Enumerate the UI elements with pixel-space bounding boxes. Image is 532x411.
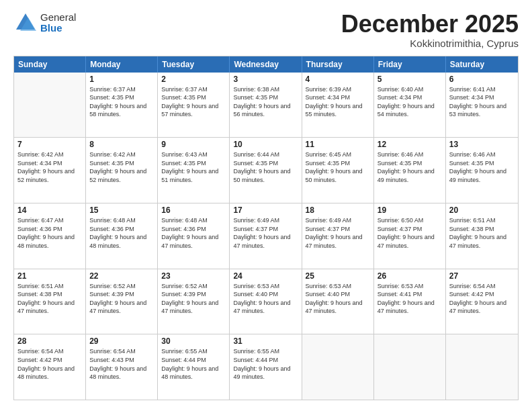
daylight-text: Daylight: 9 hours and 48 minutes. (161, 365, 226, 381)
sunrise-text: Sunrise: 6:46 AM (378, 150, 442, 159)
calendar-cell (446, 334, 518, 400)
sunrise-text: Sunrise: 6:54 AM (17, 347, 82, 356)
calendar-cell (374, 334, 446, 400)
sunrise-text: Sunrise: 6:40 AM (378, 85, 442, 94)
daylight-text: Daylight: 9 hours and 52 minutes. (89, 167, 154, 184)
day-number: 21 (17, 271, 82, 281)
sunrise-text: Sunrise: 6:38 AM (233, 85, 298, 94)
daylight-text: Daylight: 9 hours and 50 minutes. (306, 167, 370, 184)
daylight-text: Daylight: 9 hours and 56 minutes. (233, 102, 298, 119)
sunrise-text: Sunrise: 6:37 AM (89, 85, 154, 94)
day-number: 9 (161, 140, 226, 149)
sunset-text: Sunset: 4:39 PM (89, 290, 154, 299)
sunset-text: Sunset: 4:41 PM (378, 290, 442, 299)
daylight-text: Daylight: 9 hours and 47 minutes. (378, 233, 442, 250)
sunrise-text: Sunrise: 6:47 AM (17, 216, 82, 225)
sunset-text: Sunset: 4:34 PM (306, 93, 370, 102)
calendar-cell: 18Sunrise: 6:49 AMSunset: 4:37 PMDayligh… (302, 203, 374, 269)
header-day-sunday: Sunday (14, 56, 86, 73)
calendar-cell: 16Sunrise: 6:48 AMSunset: 4:36 PMDayligh… (158, 203, 230, 269)
calendar-cell: 6Sunrise: 6:41 AMSunset: 4:34 PMDaylight… (446, 73, 518, 138)
day-number: 8 (89, 140, 154, 149)
sunset-text: Sunset: 4:34 PM (378, 93, 442, 102)
sunrise-text: Sunrise: 6:45 AM (306, 150, 370, 159)
daylight-text: Daylight: 9 hours and 58 minutes. (89, 102, 154, 119)
sunrise-text: Sunrise: 6:48 AM (161, 216, 226, 225)
sunrise-text: Sunrise: 6:54 AM (449, 282, 515, 291)
day-number: 25 (306, 271, 370, 281)
calendar-cell: 22Sunrise: 6:52 AMSunset: 4:39 PMDayligh… (86, 269, 158, 334)
sunrise-text: Sunrise: 6:54 AM (89, 347, 154, 356)
day-number: 3 (233, 75, 298, 84)
logo-icon (13, 11, 38, 35)
calendar-cell: 24Sunrise: 6:53 AMSunset: 4:40 PMDayligh… (230, 269, 302, 334)
sunrise-text: Sunrise: 6:53 AM (306, 282, 370, 291)
day-number: 1 (89, 75, 154, 84)
sunrise-text: Sunrise: 6:55 AM (161, 347, 226, 356)
day-number: 26 (378, 271, 442, 281)
month-title: December 2025 (341, 11, 519, 38)
day-number: 31 (233, 336, 298, 346)
calendar-cell: 3Sunrise: 6:38 AMSunset: 4:35 PMDaylight… (230, 73, 302, 138)
sunset-text: Sunset: 4:40 PM (233, 290, 298, 299)
sunset-text: Sunset: 4:42 PM (17, 356, 82, 365)
calendar-row-1: 7Sunrise: 6:42 AMSunset: 4:34 PMDaylight… (14, 138, 518, 203)
calendar-row-0: 1Sunrise: 6:37 AMSunset: 4:35 PMDaylight… (14, 73, 518, 138)
day-number: 12 (378, 140, 442, 149)
daylight-text: Daylight: 9 hours and 48 minutes. (17, 233, 82, 250)
daylight-text: Daylight: 9 hours and 48 minutes. (89, 365, 154, 381)
sunset-text: Sunset: 4:35 PM (233, 159, 298, 168)
logo: General Blue (13, 11, 76, 35)
sunset-text: Sunset: 4:38 PM (17, 290, 82, 299)
calendar-cell (302, 334, 374, 400)
calendar-cell: 29Sunrise: 6:54 AMSunset: 4:43 PMDayligh… (86, 334, 158, 400)
day-number: 22 (89, 271, 154, 281)
calendar-cell: 2Sunrise: 6:37 AMSunset: 4:35 PMDaylight… (158, 73, 230, 138)
daylight-text: Daylight: 9 hours and 48 minutes. (17, 365, 82, 381)
sunset-text: Sunset: 4:36 PM (17, 225, 82, 234)
calendar-cell: 31Sunrise: 6:55 AMSunset: 4:44 PMDayligh… (230, 334, 302, 400)
sunset-text: Sunset: 4:35 PM (233, 93, 298, 102)
daylight-text: Daylight: 9 hours and 49 minutes. (378, 167, 442, 184)
daylight-text: Daylight: 9 hours and 47 minutes. (233, 299, 298, 316)
day-number: 2 (161, 75, 226, 84)
day-number: 13 (449, 140, 515, 149)
header-day-wednesday: Wednesday (230, 56, 302, 73)
day-number: 16 (161, 205, 226, 215)
sunset-text: Sunset: 4:34 PM (17, 159, 82, 168)
daylight-text: Daylight: 9 hours and 48 minutes. (89, 233, 154, 250)
sunrise-text: Sunrise: 6:48 AM (89, 216, 154, 225)
sunrise-text: Sunrise: 6:42 AM (89, 150, 154, 159)
calendar-header: SundayMondayTuesdayWednesdayThursdayFrid… (14, 56, 518, 73)
day-number: 5 (378, 75, 442, 84)
day-number: 17 (233, 205, 298, 215)
sunset-text: Sunset: 4:42 PM (449, 290, 515, 299)
calendar-body: 1Sunrise: 6:37 AMSunset: 4:35 PMDaylight… (14, 73, 518, 400)
day-number: 20 (449, 205, 515, 215)
calendar-cell: 23Sunrise: 6:52 AMSunset: 4:39 PMDayligh… (158, 269, 230, 334)
sunset-text: Sunset: 4:35 PM (89, 159, 154, 168)
day-number: 15 (89, 205, 154, 215)
header-day-friday: Friday (374, 56, 446, 73)
daylight-text: Daylight: 9 hours and 49 minutes. (449, 167, 515, 184)
calendar-cell: 21Sunrise: 6:51 AMSunset: 4:38 PMDayligh… (14, 269, 86, 334)
day-number: 14 (17, 205, 82, 215)
sunset-text: Sunset: 4:43 PM (89, 356, 154, 365)
sunrise-text: Sunrise: 6:52 AM (89, 282, 154, 291)
sunrise-text: Sunrise: 6:52 AM (161, 282, 226, 291)
day-number: 27 (449, 271, 515, 281)
calendar-cell: 28Sunrise: 6:54 AMSunset: 4:42 PMDayligh… (14, 334, 86, 400)
sunrise-text: Sunrise: 6:43 AM (161, 150, 226, 159)
sunset-text: Sunset: 4:36 PM (161, 225, 226, 234)
sunrise-text: Sunrise: 6:42 AM (17, 150, 82, 159)
calendar-cell: 14Sunrise: 6:47 AMSunset: 4:36 PMDayligh… (14, 203, 86, 269)
day-number: 4 (306, 75, 370, 84)
daylight-text: Daylight: 9 hours and 47 minutes. (233, 233, 298, 250)
day-number: 7 (17, 140, 82, 149)
calendar-cell: 5Sunrise: 6:40 AMSunset: 4:34 PMDaylight… (374, 73, 446, 138)
calendar-cell: 20Sunrise: 6:51 AMSunset: 4:38 PMDayligh… (446, 203, 518, 269)
calendar-cell: 13Sunrise: 6:46 AMSunset: 4:35 PMDayligh… (446, 138, 518, 203)
sunrise-text: Sunrise: 6:51 AM (17, 282, 82, 291)
calendar-cell: 15Sunrise: 6:48 AMSunset: 4:36 PMDayligh… (86, 203, 158, 269)
day-number: 28 (17, 336, 82, 346)
